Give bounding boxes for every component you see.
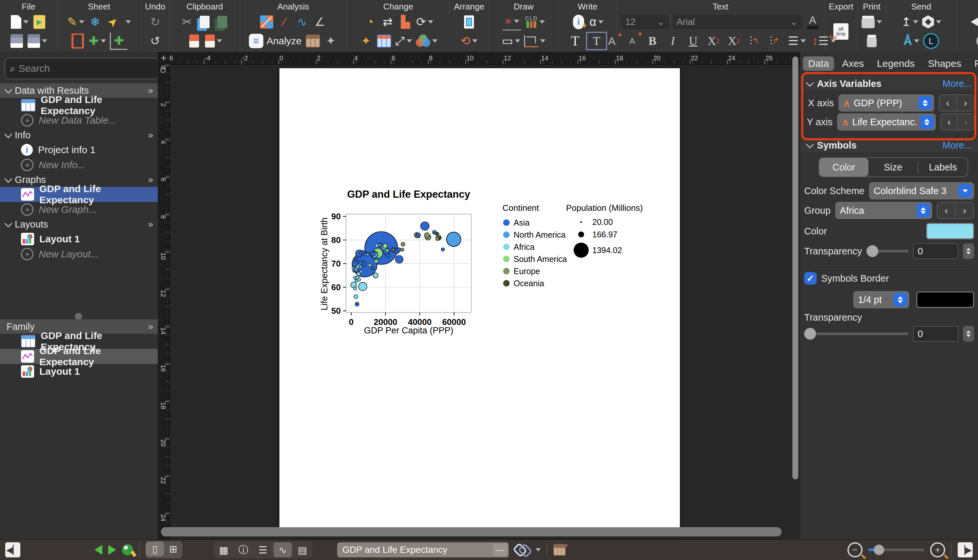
sidebar-resize-handle[interactable]	[75, 313, 82, 320]
sidebar-item-new-info[interactable]: +New Info...	[0, 157, 158, 172]
back-button[interactable]	[95, 545, 102, 555]
graph-view-icon[interactable]: ∿	[274, 542, 292, 557]
resize-graph-button[interactable]: ⤢	[395, 33, 412, 49]
rotate-page-button[interactable]: ⟲	[461, 33, 477, 49]
underline-button[interactable]: U	[686, 33, 700, 49]
border-color-swatch[interactable]	[916, 292, 974, 308]
zoom-out-icon[interactable]: −	[848, 542, 863, 557]
graph-family-button[interactable]: ▙	[399, 14, 412, 30]
segment-labels[interactable]: Labels	[918, 158, 968, 177]
bold-button[interactable]: B	[646, 33, 659, 49]
app-send-button[interactable]: Å	[903, 33, 919, 49]
ttest-analysis-button[interactable]	[260, 14, 274, 30]
save-as-button[interactable]	[28, 33, 47, 49]
y-axis-next-button[interactable]: ›	[957, 114, 974, 130]
highlight-sheet-button[interactable]: ✎	[67, 14, 84, 30]
y-axis-prev-button[interactable]: ‹	[941, 114, 957, 130]
pin-sheet-button[interactable]: ➤	[102, 11, 124, 32]
link-icon[interactable]	[512, 541, 531, 559]
tab-axes[interactable]: Axes	[837, 57, 869, 71]
tab-page[interactable]: Page	[969, 57, 978, 71]
greek-letter-button[interactable]: α	[589, 14, 604, 30]
text-tool-button[interactable]: T	[568, 33, 582, 49]
save-button[interactable]	[10, 33, 23, 49]
text-box-button[interactable]: T	[586, 32, 607, 50]
symbol-transparency-value[interactable]: 0	[913, 243, 958, 259]
results-view-icon[interactable]: ☰	[254, 542, 272, 557]
y-axis-variable-select[interactable]: ∧Life Expectanc...	[837, 113, 936, 130]
share-button[interactable]: ↥	[901, 14, 918, 30]
format-table-button[interactable]	[377, 33, 391, 49]
delete-sheet-button[interactable]	[71, 33, 85, 49]
border-transparency-slider[interactable]	[804, 332, 908, 335]
redo-button[interactable]: ↻	[148, 14, 162, 30]
rotate-text-left-button[interactable]: ⫶↰	[747, 33, 761, 49]
go-to-linked-table-button[interactable]: ➚	[553, 542, 568, 557]
cut-button[interactable]: ✂	[180, 14, 194, 30]
symbols-more-link[interactable]: More...	[943, 140, 972, 151]
linear-regression-button[interactable]: ∕	[277, 14, 291, 30]
rotate-text-right-button[interactable]: ⫶↱	[768, 33, 781, 49]
paste-special-button[interactable]	[205, 33, 222, 49]
single-page-view-button[interactable]: ▯	[145, 541, 164, 557]
gallery-view-button[interactable]: ⊞	[164, 541, 182, 557]
export-image-button[interactable]: tiffbmp	[833, 23, 848, 40]
spinner-icon[interactable]	[963, 326, 974, 342]
sidebar-item-project-info[interactable]: iProject info 1	[0, 142, 158, 157]
new-graph-sheet-button[interactable]: ✚	[110, 32, 127, 50]
print-button[interactable]	[861, 14, 882, 30]
spinner-icon[interactable]	[963, 243, 974, 259]
significance-bracket-button[interactable]: ✳	[502, 13, 521, 30]
font-color-button[interactable]: A	[806, 14, 819, 30]
freeze-sheet-button[interactable]: ❄	[88, 14, 102, 30]
group-next-button[interactable]: ›	[955, 203, 973, 218]
zoom-slider[interactable]	[868, 548, 924, 551]
tab-legends[interactable]: Legends	[872, 57, 920, 71]
group-select[interactable]: Africa	[835, 202, 932, 219]
draw-shape-button[interactable]: ▭	[502, 33, 520, 49]
new-sheet-button[interactable]: ✚	[88, 33, 105, 49]
color-scheme-button[interactable]	[416, 33, 437, 49]
new-file-button[interactable]	[11, 14, 28, 30]
axis-variables-more-link[interactable]: More...	[943, 78, 972, 89]
section-info[interactable]: Info»	[0, 128, 158, 142]
search-input[interactable]	[18, 63, 128, 75]
info-view-icon[interactable]: ⓘ	[234, 542, 252, 557]
subscript-button[interactable]: X2	[727, 33, 741, 49]
superscript-button[interactable]: X2	[706, 33, 720, 49]
font-family-select[interactable]: Arial⌄	[673, 15, 802, 29]
sidebar-item-layout[interactable]: Layout 1	[0, 232, 158, 247]
arrange-object-button[interactable]	[462, 14, 476, 30]
family-item-graph[interactable]: GDP and Life Expectancy	[0, 349, 158, 364]
table-view-icon[interactable]: ▦	[215, 542, 233, 557]
undo-button[interactable]: ↺	[148, 33, 162, 49]
vertical-scrollbar[interactable]	[793, 57, 798, 479]
sidebar-item-new-layout[interactable]: +New Layout...	[0, 247, 158, 262]
x-axis-variable-select[interactable]: ∧GDP (PPP)	[839, 95, 934, 112]
sidebar-item-data-table[interactable]: GDP and Life Expectancy	[0, 98, 158, 113]
search-sheets-icon[interactable]	[122, 544, 133, 555]
magic-wand-button[interactable]: ✦	[359, 33, 373, 49]
cld-button[interactable]: CLD	[525, 14, 545, 30]
draw-step-button[interactable]	[524, 33, 546, 49]
chevron-down-icon[interactable]	[536, 548, 541, 552]
section-layouts[interactable]: Layouts»	[0, 217, 158, 232]
align-button[interactable]: ☰	[788, 33, 806, 49]
x-axis-prev-button[interactable]: ‹	[939, 95, 956, 111]
graph-type-button[interactable]: ◔	[363, 14, 377, 30]
collapse-field-button[interactable]: —	[493, 543, 507, 556]
analysis-table-button[interactable]	[305, 33, 320, 49]
refresh-button[interactable]: ⟳	[416, 14, 433, 30]
forward-button[interactable]	[108, 545, 116, 555]
horizontal-scrollbar[interactable]	[161, 527, 781, 537]
open-file-button[interactable]: ▶	[32, 14, 46, 30]
symbols-header[interactable]: Symbols More...	[800, 138, 978, 153]
segment-size[interactable]: Size	[868, 158, 918, 177]
zoom-in-icon[interactable]: +	[930, 542, 945, 557]
duplicate-button[interactable]	[215, 14, 229, 30]
sidebar-item-graph[interactable]: GDP and Life Expectancy	[0, 187, 158, 202]
border-transparency-value[interactable]: 0	[913, 326, 958, 342]
collapse-sidebar-button[interactable]: ◀▏	[5, 542, 20, 557]
interpolate-button[interactable]: ∠	[313, 14, 327, 30]
symbols-border-checkbox[interactable]: ✓	[804, 272, 817, 285]
